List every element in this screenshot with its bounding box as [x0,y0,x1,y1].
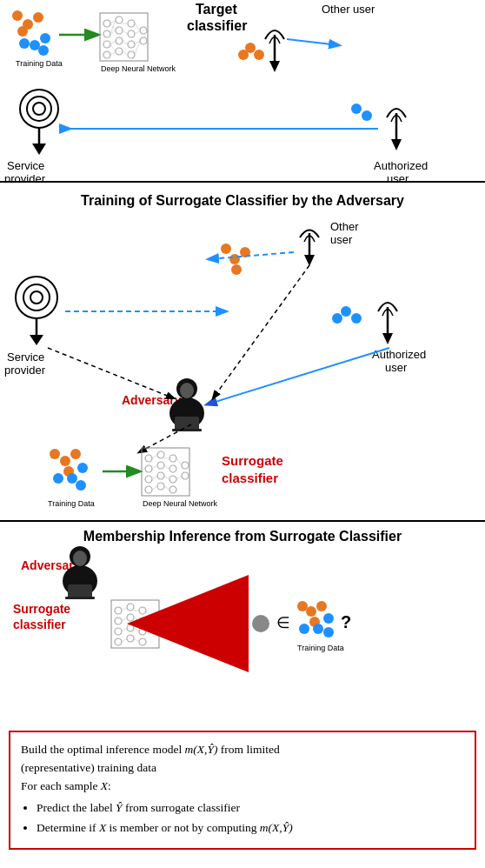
svg-point-57 [351,103,362,114]
svg-point-48 [238,50,249,60]
svg-point-105 [53,473,63,484]
svg-marker-78 [30,335,43,345]
svg-point-18 [116,48,123,55]
svg-point-157 [139,628,146,635]
svg-point-117 [157,483,164,490]
svg-point-181 [323,627,334,638]
svg-point-3 [17,26,28,37]
svg-point-153 [127,624,134,631]
section2-svg: Training of Surrogate Classifier by the … [0,183,485,522]
svg-point-111 [145,465,152,472]
svg-text:classifier: classifier [13,618,66,631]
svg-line-36 [135,23,140,30]
svg-text:provider: provider [4,172,46,183]
svg-point-175 [316,601,327,611]
svg-point-51 [27,97,51,121]
svg-point-179 [313,624,323,634]
svg-line-168 [134,638,139,642]
svg-line-129 [164,465,169,469]
svg-point-11 [103,20,110,27]
svg-line-73 [209,252,294,259]
svg-point-19 [128,20,135,27]
svg-point-101 [50,449,60,459]
section1-svg: Training Data [0,0,485,183]
section1-diagram: Training Data [0,0,485,183]
svg-line-37 [135,30,140,34]
svg-text:user: user [385,361,408,374]
svg-point-141 [73,551,87,566]
svg-point-121 [169,486,176,493]
svg-point-151 [127,604,134,611]
svg-line-33 [123,30,128,34]
svg-text:Service: Service [7,351,44,364]
svg-point-115 [157,462,164,469]
svg-line-127 [152,486,157,490]
svg-point-106 [76,480,86,491]
svg-point-147 [115,607,122,614]
svg-point-4 [40,33,50,43]
svg-point-120 [169,476,176,483]
svg-point-47 [254,50,264,60]
svg-text:provider: provider [4,364,46,377]
svg-text:Authorized: Authorized [372,348,426,361]
svg-line-97 [213,265,309,398]
svg-point-104 [67,473,77,484]
svg-text:Training Data: Training Data [297,644,344,652]
svg-marker-54 [32,144,46,155]
svg-line-167 [134,628,139,631]
inference-bullets: Predict the label Ŷ from surrogate class… [37,799,464,838]
svg-text:Authorized: Authorized [374,159,428,172]
svg-point-16 [116,27,123,34]
bullet-predict: Predict the label Ŷ from surrogate class… [37,799,464,818]
svg-point-174 [306,606,316,617]
svg-line-166 [134,618,139,621]
svg-text:Training Data: Training Data [48,499,95,508]
svg-point-82 [341,306,351,317]
svg-line-169 [146,611,151,618]
svg-point-69 [229,254,240,264]
svg-text:Membership Inference from Surr: Membership Inference from Surrogate Clas… [83,529,402,544]
svg-point-5 [30,40,40,50]
svg-point-15 [116,17,123,23]
svg-line-30 [110,44,116,51]
svg-point-74 [16,277,57,318]
svg-point-7 [38,45,49,56]
svg-point-160 [151,624,158,631]
svg-marker-44 [269,61,280,72]
svg-text:classifier: classifier [222,471,278,485]
svg-point-12 [103,30,110,37]
svg-point-50 [20,90,58,128]
svg-line-34 [123,41,128,44]
svg-point-24 [140,37,147,44]
svg-text:?: ? [341,612,351,631]
svg-line-89 [207,348,389,404]
svg-rect-142 [68,584,92,598]
svg-point-116 [157,472,164,479]
section3-svg: Membership Inference from Surrogate Clas… [0,522,485,722]
svg-rect-94 [175,417,199,431]
svg-point-149 [115,628,122,635]
svg-point-152 [127,614,134,621]
svg-point-122 [182,462,189,469]
svg-point-6 [19,38,30,49]
svg-point-180 [299,624,309,634]
svg-point-113 [145,486,152,493]
svg-line-31 [110,51,116,55]
svg-line-162 [122,618,127,621]
svg-text:Deep Neural Network: Deep Neural Network [143,499,218,508]
svg-line-130 [164,476,169,479]
svg-text:∈: ∈ [276,614,290,631]
svg-line-49 [287,39,339,45]
svg-point-112 [145,476,152,483]
svg-text:Surrogate: Surrogate [13,602,70,616]
svg-point-114 [157,451,164,458]
svg-point-155 [139,607,146,614]
svg-text:Surrogate: Surrogate [222,453,283,468]
svg-marker-86 [382,333,393,344]
svg-point-99 [60,456,70,466]
svg-line-35 [123,51,128,55]
svg-point-93 [180,383,194,398]
svg-text:Other: Other [330,220,359,233]
svg-point-21 [128,41,135,48]
svg-line-131 [164,486,169,490]
